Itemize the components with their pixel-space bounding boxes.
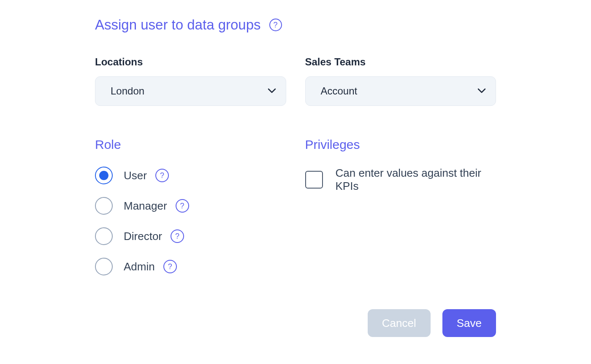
locations-select-wrapper: London <box>95 76 286 106</box>
help-icon[interactable]: ? <box>155 169 169 182</box>
locations-label: Locations <box>95 56 286 68</box>
role-option-director: Director ? <box>95 227 286 245</box>
radio-input[interactable] <box>95 227 113 245</box>
sales-teams-label: Sales Teams <box>305 56 496 68</box>
help-icon[interactable]: ? <box>171 229 184 243</box>
locations-select[interactable]: London <box>95 76 286 106</box>
role-option-admin: Admin ? <box>95 258 286 275</box>
checkbox-input[interactable] <box>305 171 323 189</box>
role-title: Role <box>95 138 286 152</box>
page-title-text: Assign user to data groups <box>95 17 261 33</box>
sales-teams-select-wrapper: Account <box>305 76 496 106</box>
radio-input[interactable] <box>95 167 113 184</box>
privilege-item: Can enter values against their KPIs <box>305 167 496 193</box>
role-option-user: User ? <box>95 167 286 184</box>
sales-teams-field: Sales Teams Account <box>305 56 496 106</box>
role-radio-list: User ? Manager ? Director ? <box>95 167 286 275</box>
page-title: Assign user to data groups ? <box>95 17 496 33</box>
help-icon[interactable]: ? <box>163 260 177 273</box>
radio-label-wrap: Director ? <box>124 229 184 243</box>
radio-label: Director <box>124 230 162 243</box>
radio-label-wrap: Admin ? <box>124 260 177 273</box>
radio-input[interactable] <box>95 197 113 215</box>
data-groups-row: Locations London Sales Teams Account <box>95 56 496 106</box>
privileges-title: Privileges <box>305 138 496 152</box>
button-row: Cancel Save <box>95 309 496 337</box>
help-icon[interactable]: ? <box>269 19 282 31</box>
role-privileges-row: Role User ? Manager ? Director <box>95 138 496 275</box>
privilege-label: Can enter values against their KPIs <box>336 167 496 193</box>
sales-teams-select[interactable]: Account <box>305 76 496 106</box>
role-section: Role User ? Manager ? Director <box>95 138 286 275</box>
locations-field: Locations London <box>95 56 286 106</box>
cancel-button[interactable]: Cancel <box>368 309 431 337</box>
radio-label: Manager <box>124 200 167 213</box>
role-option-manager: Manager ? <box>95 197 286 215</box>
help-icon[interactable]: ? <box>176 199 189 213</box>
privileges-section: Privileges Can enter values against thei… <box>305 138 496 275</box>
radio-label-wrap: User ? <box>124 169 169 182</box>
radio-label-wrap: Manager ? <box>124 199 189 213</box>
radio-label: User <box>124 169 147 182</box>
radio-label: Admin <box>124 260 155 273</box>
radio-input[interactable] <box>95 258 113 275</box>
save-button[interactable]: Save <box>442 309 496 337</box>
